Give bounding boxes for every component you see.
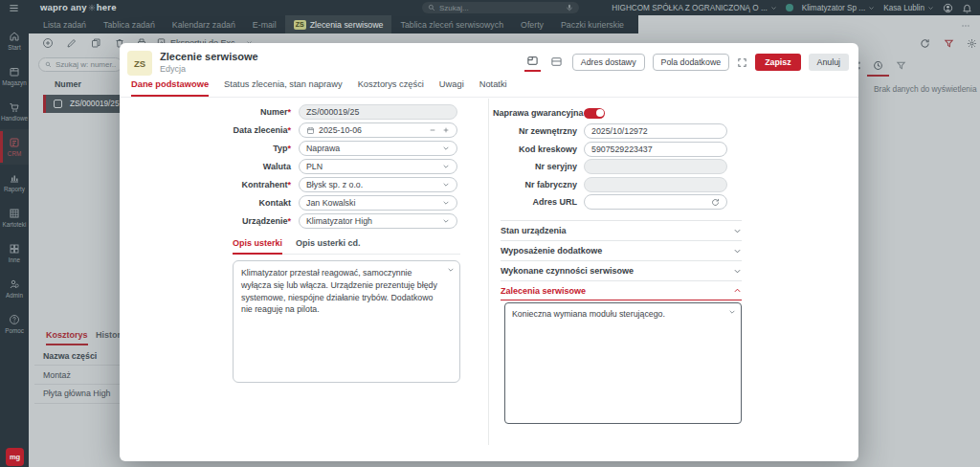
tab-uwagi[interactable]: Uwagi xyxy=(439,79,464,97)
accordion-sections: Stan urządzenia Wyposażenie dodatkowe Wy… xyxy=(501,220,742,300)
field-nr-fabryczny: Nr fabryczny xyxy=(493,177,727,192)
field-typ: Typ* Naprawa xyxy=(131,141,457,156)
nr-seryjny-input xyxy=(584,159,727,174)
dialog-subtitle: Edycja xyxy=(160,64,186,74)
tab-opis-usterki-cd[interactable]: Opis usterki cd. xyxy=(296,238,361,254)
calendar-icon[interactable] xyxy=(306,126,315,135)
refresh-icon[interactable] xyxy=(711,198,720,207)
chevron-up-icon xyxy=(733,286,742,295)
field-naprawa-gwarancyjna: Naprawa gwarancyjna xyxy=(493,105,727,121)
kontrahent-select[interactable]: Błysk sp. z o.o. xyxy=(299,177,457,192)
field-nr-seryjny: Nr seryjny xyxy=(493,159,727,174)
cancel-button[interactable]: Anuluj xyxy=(809,54,849,71)
chevron-down-icon[interactable] xyxy=(447,266,455,274)
minus-icon[interactable] xyxy=(429,126,436,134)
section-zalecenia-serwisowe[interactable]: Zalecenia serwisowe xyxy=(501,280,742,300)
plus-icon[interactable] xyxy=(442,126,450,134)
zalecenia-textarea[interactable]: Konieczna wymiana modułu sterującego. xyxy=(504,302,742,424)
view-toggle-card-icon[interactable] xyxy=(548,54,565,71)
chevron-down-icon xyxy=(442,181,450,189)
field-kontrahent: Kontrahent* Błysk sp. z o.o. xyxy=(131,177,457,192)
nr-fabryczny-input xyxy=(584,177,727,192)
opis-usterki-textarea[interactable]: Klimatyzator przestał reagować, samoczyn… xyxy=(233,260,460,383)
kontakt-select[interactable]: Jan Kowalski xyxy=(299,195,457,211)
tab-opis-usterki[interactable]: Opis usterki xyxy=(233,238,282,255)
typ-select[interactable]: Naprawa xyxy=(299,141,457,156)
adres-url-input[interactable] xyxy=(584,194,727,210)
opis-usterki-field: Klimatyzator przestał reagować, samoczyn… xyxy=(233,260,460,383)
field-urzadzenie: Urządzenie* Klimatyzator High xyxy=(131,213,457,229)
section-wyposazenie-dodatkowe[interactable]: Wyposażenie dodatkowe xyxy=(501,240,742,260)
urzadzenie-select[interactable]: Klimatyzator High xyxy=(299,213,457,229)
dialog-zs-badge: ZS xyxy=(127,51,152,76)
tab-status-zlecenia[interactable]: Status zlecenia, stan naprawy xyxy=(224,79,343,97)
tab-dane-podstawowe[interactable]: Dane podstawowe xyxy=(131,79,209,97)
field-kontakt: Kontakt Jan Kowalski xyxy=(131,195,457,211)
field-waluta: Waluta PLN xyxy=(131,159,457,174)
field-kod-kreskowy: Kod kreskowy xyxy=(493,142,727,157)
data-zlecenia-input[interactable]: 2025-10-06 xyxy=(299,122,457,138)
chevron-down-icon xyxy=(733,267,742,276)
field-data-zlecenia: Data zlecenia* 2025-10-06 xyxy=(131,122,457,138)
chevron-down-icon[interactable] xyxy=(728,308,736,316)
warranty-toggle[interactable] xyxy=(584,108,605,119)
chevron-down-icon xyxy=(442,145,450,152)
pola-dodatkowe-button[interactable]: Pola dodatkowe xyxy=(653,54,730,71)
numer-input xyxy=(299,104,457,120)
zalecenia-field: Konieczna wymiana modułu sterującego. xyxy=(504,302,742,424)
dialog-title: Zlecenie serwisowe xyxy=(160,51,258,62)
save-button[interactable]: Zapisz xyxy=(755,54,800,71)
view-toggle-form-icon[interactable] xyxy=(524,53,541,72)
tab-kosztorys-czesci[interactable]: Kosztorys części xyxy=(358,79,424,97)
field-adres-url: Adres URL xyxy=(493,194,727,210)
service-order-dialog: ZS Zlecenie serwisowe Edycja Adres dosta… xyxy=(120,43,858,461)
fullscreen-icon[interactable] xyxy=(737,57,747,68)
tab-notatki[interactable]: Notatki xyxy=(479,79,507,97)
divider xyxy=(120,97,858,98)
chevron-down-icon xyxy=(442,199,450,207)
nr-zewnetrzny-input[interactable] xyxy=(584,123,727,139)
adres-dostawy-button[interactable]: Adres dostawy xyxy=(572,54,645,71)
field-nr-zewnetrzny: Nr zewnętrzny xyxy=(493,123,727,139)
chevron-down-icon xyxy=(442,217,450,225)
waluta-select[interactable]: PLN xyxy=(299,159,457,174)
description-tabs: Opis usterki Opis usterki cd. xyxy=(233,238,460,255)
field-numer: Numer* xyxy=(131,104,457,120)
section-stan-urzadzenia[interactable]: Stan urządzenia xyxy=(501,220,742,240)
divider xyxy=(488,99,489,445)
dialog-actions: Adres dostawy Pola dodatkowe Zapisz Anul… xyxy=(524,53,849,72)
chevron-down-icon xyxy=(442,163,450,170)
section-wykonane-czynnosci[interactable]: Wykonane czynności serwisowe xyxy=(501,260,742,280)
dialog-tabs: Dane podstawowe Status zlecenia, stan na… xyxy=(131,79,507,97)
kod-kreskowy-input[interactable] xyxy=(584,142,727,157)
chevron-down-icon xyxy=(733,227,742,235)
app-root: wapro anyhere HIGHCOM SPÓŁKA Z OGRANICZO… xyxy=(0,0,980,467)
chevron-down-icon xyxy=(733,247,742,256)
